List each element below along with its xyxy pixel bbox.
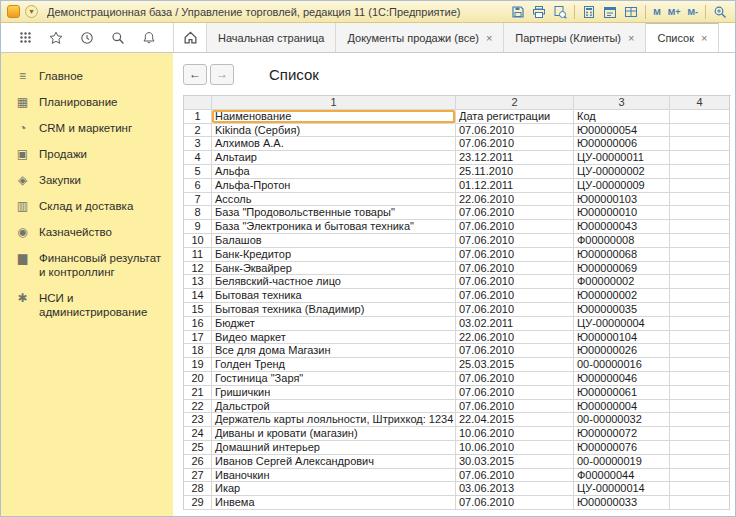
- row-number-cell[interactable]: 26: [184, 455, 212, 469]
- table-cell[interactable]: ЦУ-00000002: [574, 165, 670, 179]
- row-number-cell[interactable]: 2: [184, 124, 212, 138]
- table-cell[interactable]: [670, 496, 730, 510]
- table-cell[interactable]: 25.11.2010: [456, 165, 574, 179]
- table-cell[interactable]: Гостиница "Заря": [212, 372, 456, 386]
- table-cell[interactable]: Белявский-частное лицо: [212, 275, 456, 289]
- table-cell[interactable]: 07.06.2010: [456, 234, 574, 248]
- tab-Начальная страница[interactable]: Начальная страница: [207, 23, 336, 52]
- row-number-cell[interactable]: 12: [184, 262, 212, 276]
- table-cell[interactable]: [670, 137, 730, 151]
- table-cell[interactable]: 30.03.2015: [456, 455, 574, 469]
- table-cell[interactable]: Ю00000054: [574, 124, 670, 138]
- table-cell[interactable]: 00-00000016: [574, 358, 670, 372]
- table-cell[interactable]: Ю00000035: [574, 303, 670, 317]
- table-cell[interactable]: [670, 275, 730, 289]
- table-cell[interactable]: Ф00000002: [574, 275, 670, 289]
- table-cell[interactable]: 03.02.2011: [456, 317, 574, 331]
- table-cell[interactable]: Держатель карты лояльности, Штрихкод: 12…: [212, 413, 456, 427]
- row-number-cell[interactable]: 28: [184, 482, 212, 496]
- table-cell[interactable]: База "Продовольственные товары": [212, 206, 456, 220]
- sidebar-item-Финансовый результат и контроллинг[interactable]: ▆Финансовый результат и контроллинг: [1, 245, 173, 285]
- table-cell[interactable]: 07.06.2010: [456, 220, 574, 234]
- zoom-icon[interactable]: [711, 4, 729, 20]
- row-number-cell[interactable]: 15: [184, 303, 212, 317]
- row-number-cell[interactable]: 8: [184, 206, 212, 220]
- table-cell[interactable]: 07.06.2010: [456, 386, 574, 400]
- row-number-cell[interactable]: 10: [184, 234, 212, 248]
- memory-m-button[interactable]: M: [651, 4, 663, 20]
- back-button[interactable]: ←: [183, 64, 207, 85]
- table-cell[interactable]: 22.06.2010: [456, 331, 574, 345]
- table-cell[interactable]: Ю00000046: [574, 372, 670, 386]
- table-cell[interactable]: [670, 234, 730, 248]
- column-header-cell[interactable]: 2: [456, 96, 574, 110]
- row-number-cell[interactable]: 1: [184, 110, 212, 124]
- table-cell[interactable]: 10.06.2010: [456, 427, 574, 441]
- table-cell[interactable]: Ю00000076: [574, 441, 670, 455]
- table-cell[interactable]: [670, 151, 730, 165]
- table-cell[interactable]: [670, 413, 730, 427]
- table-cell[interactable]: Альтаир: [212, 151, 456, 165]
- sidebar-item-Закупки[interactable]: ◈Закупки: [1, 167, 173, 193]
- table-cell[interactable]: 07.06.2010: [456, 496, 574, 510]
- table-cell[interactable]: Бытовая техника: [212, 289, 456, 303]
- table-cell[interactable]: 07.06.2010: [456, 206, 574, 220]
- table-cell[interactable]: Ю00000043: [574, 220, 670, 234]
- table-cell[interactable]: Ю00000061: [574, 386, 670, 400]
- table-cell[interactable]: Бюджет: [212, 317, 456, 331]
- table-cell[interactable]: Все для дома Магазин: [212, 344, 456, 358]
- row-number-cell[interactable]: 25: [184, 441, 212, 455]
- column-header-cell[interactable]: 4: [670, 96, 730, 110]
- table-cell[interactable]: [670, 469, 730, 483]
- table-cell[interactable]: 07.06.2010: [456, 344, 574, 358]
- row-number-cell[interactable]: 11: [184, 248, 212, 262]
- tab-close-icon[interactable]: ×: [701, 32, 707, 44]
- tab-close-icon[interactable]: ×: [486, 32, 492, 44]
- table-cell[interactable]: 10.06.2010: [456, 441, 574, 455]
- row-number-cell[interactable]: 17: [184, 331, 212, 345]
- print-preview-icon[interactable]: [551, 4, 569, 20]
- table-cell[interactable]: [670, 220, 730, 234]
- table-cell[interactable]: Ассоль: [212, 193, 456, 207]
- row-number-cell[interactable]: 21: [184, 386, 212, 400]
- table-cell[interactable]: 07.06.2010: [456, 400, 574, 414]
- table-cell[interactable]: 07.06.2010: [456, 137, 574, 151]
- table-cell[interactable]: Бытовая техника (Владимир): [212, 303, 456, 317]
- table-cell[interactable]: 00-00000032: [574, 413, 670, 427]
- table-cell[interactable]: 07.06.2010: [456, 469, 574, 483]
- table-cell[interactable]: [670, 193, 730, 207]
- table-cell[interactable]: [670, 455, 730, 469]
- favorites-star-icon[interactable]: [48, 30, 64, 46]
- memory-m-plus-button[interactable]: M+: [666, 4, 683, 20]
- notifications-bell-icon[interactable]: [141, 30, 157, 46]
- table-cell[interactable]: 07.06.2010: [456, 124, 574, 138]
- table-cell[interactable]: Алхимов А.А.: [212, 137, 456, 151]
- search-icon[interactable]: [110, 30, 126, 46]
- table-cell[interactable]: 07.06.2010: [456, 289, 574, 303]
- memory-m-minus-button[interactable]: M-: [686, 4, 701, 20]
- tab-close-icon[interactable]: ×: [628, 32, 634, 44]
- table-cell[interactable]: 07.06.2010: [456, 303, 574, 317]
- sidebar-item-Планирование[interactable]: ▦Планирование: [1, 89, 173, 115]
- history-clock-icon[interactable]: [79, 30, 95, 46]
- table-cell[interactable]: Гришичкин: [212, 386, 456, 400]
- table-cell[interactable]: [670, 289, 730, 303]
- row-number-cell[interactable]: 22: [184, 400, 212, 414]
- table-cell[interactable]: 07.06.2010: [456, 248, 574, 262]
- home-icon[interactable]: [173, 23, 207, 52]
- header-cell[interactable]: Дата регистрации: [456, 110, 574, 124]
- row-number-cell[interactable]: 4: [184, 151, 212, 165]
- row-number-cell[interactable]: 18: [184, 344, 212, 358]
- table-cell[interactable]: Банк-Кредитор: [212, 248, 456, 262]
- table-cell[interactable]: Диваны и кровати (магазин): [212, 427, 456, 441]
- table-cell[interactable]: Ю00000069: [574, 262, 670, 276]
- corner-header-cell[interactable]: [184, 96, 212, 110]
- row-number-cell[interactable]: 6: [184, 179, 212, 193]
- row-number-cell[interactable]: 27: [184, 469, 212, 483]
- table-cell[interactable]: 07.06.2010: [456, 372, 574, 386]
- row-number-cell[interactable]: 23: [184, 413, 212, 427]
- table-cell[interactable]: Ф00000008: [574, 234, 670, 248]
- calculator-icon[interactable]: [580, 4, 598, 20]
- table-cell[interactable]: Ю00000033: [574, 496, 670, 510]
- table-cell[interactable]: 23.12.2011: [456, 151, 574, 165]
